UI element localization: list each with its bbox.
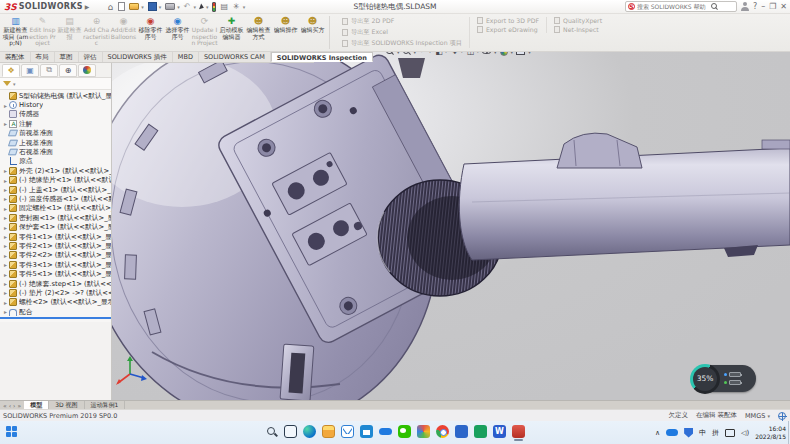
- tree-item-protective-sleeve[interactable]: ▸ 保护套<1> (默认<<默认>_显示状态: [0, 222, 111, 231]
- tree-item-mates[interactable]: ▸ 配合: [0, 307, 111, 316]
- tree-item-insulation-sleeve[interactable]: ▸ (-) 绝缘套.step<1> (默认<<默认>: [0, 279, 111, 288]
- onedrive-tray-icon[interactable]: [666, 429, 678, 436]
- tree-item-annotations[interactable]: ▸ 注解: [0, 119, 111, 128]
- new-inspection-report-button[interactable]: ▤ 新建检查报: [56, 15, 83, 50]
- viewport-3d-model[interactable]: [112, 52, 790, 400]
- rebuild-button[interactable]: [212, 1, 216, 12]
- expand-arrow-icon[interactable]: ▸: [2, 214, 9, 221]
- featuremanager-tab[interactable]: ❖: [2, 64, 20, 77]
- tree-item-washer[interactable]: ▸ (-) 垫片 (2)<2> ->? (默认<<默认>: [0, 288, 111, 297]
- graphics-area[interactable]: 35%: [112, 52, 790, 400]
- document-tab[interactable]: 运动算例1: [85, 401, 126, 409]
- tree-item-part1[interactable]: ▸ 零件1<1> (默认<<默认>_显示状态: [0, 232, 111, 241]
- tree-item-top-plane[interactable]: ▸ 上视基准面: [0, 138, 111, 147]
- unit-system[interactable]: MMGS ▾: [745, 412, 770, 420]
- tab-nav-arrow-icon[interactable]: ‹: [9, 402, 11, 409]
- taskbar-wps-icon[interactable]: W: [493, 425, 506, 438]
- edit-inspection-project-button[interactable]: ✎ Edit Inspection Project: [29, 15, 56, 50]
- save-button[interactable]: [148, 1, 162, 12]
- expand-arrow-icon[interactable]: ▸: [2, 280, 9, 287]
- tree-item-right-plane[interactable]: ▸ 右视基准面: [0, 147, 111, 156]
- taskbar-photos-icon[interactable]: [417, 425, 430, 438]
- edit-customers-button[interactable]: ☻ 编辑买方: [299, 15, 326, 50]
- tree-item-history[interactable]: ▸ History: [0, 100, 111, 109]
- taskbar-active-app-icon[interactable]: [512, 425, 525, 438]
- edit-inspection-methods-button[interactable]: ☻ 编辑检查方式: [245, 15, 272, 50]
- home-button[interactable]: [107, 1, 114, 12]
- tree-item-fixing-bolt[interactable]: ▸ 固定螺栓<1> (默认<<默认>_显示状: [0, 204, 111, 213]
- taskbar-mail-icon[interactable]: [341, 425, 354, 438]
- add-characteristic-button[interactable]: ⊕ Add Characteristic: [83, 15, 110, 50]
- print-button[interactable]: [165, 1, 180, 12]
- select-button[interactable]: [200, 1, 209, 12]
- solidworks-logo[interactable]: 3S SOLIDWORKS ▶: [0, 0, 93, 13]
- taskbar-store-icon[interactable]: [360, 425, 373, 438]
- expand-arrow-icon[interactable]: ▸: [2, 289, 9, 296]
- select-balloons-button[interactable]: ◉ 选择零件序号: [164, 15, 191, 50]
- expand-arrow-icon[interactable]: ▸: [2, 252, 9, 259]
- tray-expand-icon[interactable]: ∧: [655, 429, 660, 437]
- expand-arrow-icon[interactable]: ▸: [2, 186, 9, 193]
- open-button[interactable]: [129, 1, 144, 12]
- taskbar-task-view-icon[interactable]: [284, 425, 297, 438]
- taskbar-reader-icon[interactable]: [455, 425, 468, 438]
- tab-nav-arrow-icon[interactable]: «: [3, 402, 7, 409]
- close-button[interactable]: ✕: [780, 2, 787, 12]
- export-item[interactable]: 导出至 SOLIDWORKS Inspection 项目: [342, 39, 462, 48]
- edit-operations-button[interactable]: ☻ 编辑操作: [272, 15, 299, 50]
- search-icon[interactable]: [711, 3, 718, 10]
- expand-arrow-icon[interactable]: ▸: [2, 308, 9, 315]
- ribbon-tab[interactable]: MBD: [173, 52, 199, 62]
- taskbar-chrome-icon[interactable]: [436, 425, 449, 438]
- ribbon-tab[interactable]: SOLIDWORKS CAM: [199, 52, 271, 62]
- export-item[interactable]: Export eDrawing: [477, 26, 539, 33]
- expand-arrow-icon[interactable]: ▸: [2, 261, 9, 268]
- speaker-icon[interactable]: ◁): [741, 429, 749, 437]
- cast-icon[interactable]: [725, 429, 735, 437]
- new-document-button[interactable]: [118, 1, 125, 12]
- tree-item-bolt2[interactable]: ▸ 螺栓<2> (默认<<默认>_显示状态: [0, 298, 111, 307]
- tab-nav-arrow-icon[interactable]: »: [17, 402, 21, 409]
- tree-item-insulation-gasket[interactable]: ▸ (-) 绝缘垫片<1> (默认<<默认>_显: [0, 176, 111, 185]
- security-shield-icon[interactable]: [684, 428, 693, 438]
- export-item[interactable]: Export to 3D PDF: [477, 17, 539, 24]
- undo-button[interactable]: [184, 1, 196, 12]
- expand-arrow-icon[interactable]: ▸: [2, 120, 9, 127]
- configurationmanager-tab[interactable]: ⧉: [40, 64, 58, 77]
- displaymanager-tab[interactable]: [78, 64, 96, 77]
- help-button[interactable]: ?: [753, 2, 757, 12]
- tree-item-shell[interactable]: ▸ 外壳 (2)<1> (默认<<默认>_显示状: [0, 166, 111, 175]
- ribbon-tab[interactable]: 装配体: [0, 52, 31, 62]
- service-item[interactable]: Net-Inspect: [554, 26, 602, 33]
- expand-arrow-icon[interactable]: ▸: [2, 177, 9, 184]
- propertymanager-tab[interactable]: ▣: [21, 64, 39, 77]
- restore-button[interactable]: ❐: [769, 2, 776, 12]
- launch-template-editor-button[interactable]: ✚ 启动模板编辑器: [218, 15, 245, 50]
- search-input[interactable]: [637, 3, 709, 10]
- minimize-button[interactable]: –: [761, 2, 765, 12]
- dimxpertmanager-tab[interactable]: ⊕: [59, 64, 77, 77]
- tree-item-front-plane[interactable]: ▸ 前视基准面: [0, 129, 111, 138]
- export-item[interactable]: 导出至 Excel: [342, 28, 462, 37]
- expand-arrow-icon[interactable]: ▸: [2, 242, 9, 249]
- tree-item-top-cover[interactable]: ▸ (-) 上盖<1> (默认<<默认>_显示状: [0, 185, 111, 194]
- filter-dropdown-icon[interactable]: ▾: [13, 81, 16, 87]
- document-tab[interactable]: 模型: [24, 401, 49, 409]
- ribbon-tab[interactable]: 布局: [31, 52, 55, 62]
- update-inspection-project-button[interactable]: ⟳ Update Inspection Project: [191, 15, 218, 50]
- ribbon-tab[interactable]: SOLIDWORKS Inspection: [271, 52, 373, 62]
- taskbar-wechat-icon[interactable]: [398, 425, 411, 438]
- taskbar-search-icon[interactable]: [265, 425, 278, 438]
- remove-balloons-button[interactable]: ◉ 移除零件序号: [137, 15, 164, 50]
- clock[interactable]: 16:04 2022/8/15: [755, 425, 786, 439]
- expand-arrow-icon[interactable]: ▸: [2, 205, 9, 212]
- tree-item-origin[interactable]: ▸ 原点: [0, 157, 111, 166]
- taskbar-sheets-icon[interactable]: [474, 425, 487, 438]
- options-button[interactable]: [233, 1, 245, 12]
- file-properties-button[interactable]: [220, 1, 229, 12]
- tree-item-part2-2[interactable]: ▸ 零件2<2> (默认<<默认>_显示状态: [0, 251, 111, 260]
- model-bottom-post[interactable]: [280, 344, 314, 400]
- expand-arrow-icon[interactable]: ▸: [2, 102, 9, 109]
- service-item[interactable]: QualityXpert: [554, 17, 602, 24]
- tree-item-part3[interactable]: ▸ 零件3<1> (默认<<默认>_显示状态: [0, 260, 111, 269]
